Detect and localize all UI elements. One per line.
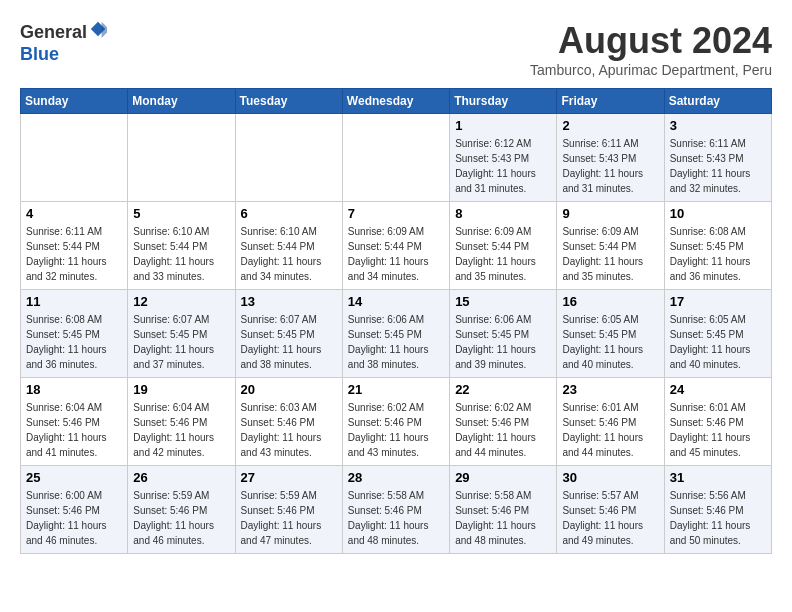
day-info: Sunrise: 6:04 AM Sunset: 5:46 PM Dayligh…: [133, 400, 229, 460]
day-info: Sunrise: 6:04 AM Sunset: 5:46 PM Dayligh…: [26, 400, 122, 460]
day-info: Sunrise: 6:03 AM Sunset: 5:46 PM Dayligh…: [241, 400, 337, 460]
day-number: 3: [670, 118, 766, 133]
day-number: 2: [562, 118, 658, 133]
calendar-week-3: 11Sunrise: 6:08 AM Sunset: 5:45 PM Dayli…: [21, 290, 772, 378]
calendar-cell: 15Sunrise: 6:06 AM Sunset: 5:45 PM Dayli…: [450, 290, 557, 378]
calendar-week-4: 18Sunrise: 6:04 AM Sunset: 5:46 PM Dayli…: [21, 378, 772, 466]
calendar-cell: 11Sunrise: 6:08 AM Sunset: 5:45 PM Dayli…: [21, 290, 128, 378]
calendar-cell: 13Sunrise: 6:07 AM Sunset: 5:45 PM Dayli…: [235, 290, 342, 378]
calendar-cell: 23Sunrise: 6:01 AM Sunset: 5:46 PM Dayli…: [557, 378, 664, 466]
calendar-cell: 14Sunrise: 6:06 AM Sunset: 5:45 PM Dayli…: [342, 290, 449, 378]
day-number: 29: [455, 470, 551, 485]
day-number: 23: [562, 382, 658, 397]
day-info: Sunrise: 6:01 AM Sunset: 5:46 PM Dayligh…: [562, 400, 658, 460]
day-info: Sunrise: 6:11 AM Sunset: 5:44 PM Dayligh…: [26, 224, 122, 284]
calendar-header: Sunday Monday Tuesday Wednesday Thursday…: [21, 89, 772, 114]
day-info: Sunrise: 5:56 AM Sunset: 5:46 PM Dayligh…: [670, 488, 766, 548]
day-info: Sunrise: 6:09 AM Sunset: 5:44 PM Dayligh…: [562, 224, 658, 284]
logo-general: General: [20, 22, 87, 42]
calendar-week-1: 1Sunrise: 6:12 AM Sunset: 5:43 PM Daylig…: [21, 114, 772, 202]
day-info: Sunrise: 6:02 AM Sunset: 5:46 PM Dayligh…: [348, 400, 444, 460]
day-info: Sunrise: 6:09 AM Sunset: 5:44 PM Dayligh…: [455, 224, 551, 284]
col-sunday: Sunday: [21, 89, 128, 114]
day-number: 26: [133, 470, 229, 485]
day-number: 16: [562, 294, 658, 309]
page-header: General Blue August 2024 Tamburco, Apuri…: [20, 20, 772, 78]
calendar-cell: [21, 114, 128, 202]
col-thursday: Thursday: [450, 89, 557, 114]
day-info: Sunrise: 6:09 AM Sunset: 5:44 PM Dayligh…: [348, 224, 444, 284]
day-info: Sunrise: 6:01 AM Sunset: 5:46 PM Dayligh…: [670, 400, 766, 460]
subtitle: Tamburco, Apurimac Department, Peru: [530, 62, 772, 78]
day-number: 27: [241, 470, 337, 485]
day-number: 25: [26, 470, 122, 485]
calendar-week-2: 4Sunrise: 6:11 AM Sunset: 5:44 PM Daylig…: [21, 202, 772, 290]
day-info: Sunrise: 6:08 AM Sunset: 5:45 PM Dayligh…: [670, 224, 766, 284]
calendar-cell: 28Sunrise: 5:58 AM Sunset: 5:46 PM Dayli…: [342, 466, 449, 554]
day-number: 14: [348, 294, 444, 309]
title-block: August 2024 Tamburco, Apurimac Departmen…: [530, 20, 772, 78]
day-info: Sunrise: 6:12 AM Sunset: 5:43 PM Dayligh…: [455, 136, 551, 196]
svg-marker-1: [102, 22, 107, 38]
calendar-cell: [235, 114, 342, 202]
day-number: 13: [241, 294, 337, 309]
month-title: August 2024: [530, 20, 772, 62]
calendar-cell: 17Sunrise: 6:05 AM Sunset: 5:45 PM Dayli…: [664, 290, 771, 378]
day-number: 28: [348, 470, 444, 485]
calendar-cell: 20Sunrise: 6:03 AM Sunset: 5:46 PM Dayli…: [235, 378, 342, 466]
calendar-cell: 9Sunrise: 6:09 AM Sunset: 5:44 PM Daylig…: [557, 202, 664, 290]
calendar-cell: 4Sunrise: 6:11 AM Sunset: 5:44 PM Daylig…: [21, 202, 128, 290]
calendar-cell: 10Sunrise: 6:08 AM Sunset: 5:45 PM Dayli…: [664, 202, 771, 290]
logo-icon: [89, 20, 107, 38]
calendar-cell: 31Sunrise: 5:56 AM Sunset: 5:46 PM Dayli…: [664, 466, 771, 554]
day-info: Sunrise: 5:58 AM Sunset: 5:46 PM Dayligh…: [455, 488, 551, 548]
calendar-cell: 19Sunrise: 6:04 AM Sunset: 5:46 PM Dayli…: [128, 378, 235, 466]
day-number: 30: [562, 470, 658, 485]
col-saturday: Saturday: [664, 89, 771, 114]
calendar-week-5: 25Sunrise: 6:00 AM Sunset: 5:46 PM Dayli…: [21, 466, 772, 554]
day-info: Sunrise: 6:06 AM Sunset: 5:45 PM Dayligh…: [348, 312, 444, 372]
day-info: Sunrise: 6:05 AM Sunset: 5:45 PM Dayligh…: [562, 312, 658, 372]
day-number: 22: [455, 382, 551, 397]
calendar-cell: 30Sunrise: 5:57 AM Sunset: 5:46 PM Dayli…: [557, 466, 664, 554]
col-wednesday: Wednesday: [342, 89, 449, 114]
day-info: Sunrise: 6:05 AM Sunset: 5:45 PM Dayligh…: [670, 312, 766, 372]
header-row: Sunday Monday Tuesday Wednesday Thursday…: [21, 89, 772, 114]
day-info: Sunrise: 5:59 AM Sunset: 5:46 PM Dayligh…: [133, 488, 229, 548]
day-info: Sunrise: 6:02 AM Sunset: 5:46 PM Dayligh…: [455, 400, 551, 460]
day-number: 12: [133, 294, 229, 309]
calendar-cell: 24Sunrise: 6:01 AM Sunset: 5:46 PM Dayli…: [664, 378, 771, 466]
calendar-cell: 3Sunrise: 6:11 AM Sunset: 5:43 PM Daylig…: [664, 114, 771, 202]
calendar-cell: 21Sunrise: 6:02 AM Sunset: 5:46 PM Dayli…: [342, 378, 449, 466]
calendar-cell: 29Sunrise: 5:58 AM Sunset: 5:46 PM Dayli…: [450, 466, 557, 554]
day-number: 19: [133, 382, 229, 397]
day-number: 7: [348, 206, 444, 221]
calendar-cell: 1Sunrise: 6:12 AM Sunset: 5:43 PM Daylig…: [450, 114, 557, 202]
day-number: 18: [26, 382, 122, 397]
col-tuesday: Tuesday: [235, 89, 342, 114]
day-number: 1: [455, 118, 551, 133]
day-number: 24: [670, 382, 766, 397]
day-number: 31: [670, 470, 766, 485]
day-number: 8: [455, 206, 551, 221]
day-number: 21: [348, 382, 444, 397]
day-info: Sunrise: 6:06 AM Sunset: 5:45 PM Dayligh…: [455, 312, 551, 372]
calendar-cell: 2Sunrise: 6:11 AM Sunset: 5:43 PM Daylig…: [557, 114, 664, 202]
calendar-cell: 16Sunrise: 6:05 AM Sunset: 5:45 PM Dayli…: [557, 290, 664, 378]
calendar-body: 1Sunrise: 6:12 AM Sunset: 5:43 PM Daylig…: [21, 114, 772, 554]
day-number: 5: [133, 206, 229, 221]
calendar-cell: 25Sunrise: 6:00 AM Sunset: 5:46 PM Dayli…: [21, 466, 128, 554]
day-info: Sunrise: 5:58 AM Sunset: 5:46 PM Dayligh…: [348, 488, 444, 548]
calendar-cell: 8Sunrise: 6:09 AM Sunset: 5:44 PM Daylig…: [450, 202, 557, 290]
day-number: 17: [670, 294, 766, 309]
day-info: Sunrise: 6:10 AM Sunset: 5:44 PM Dayligh…: [133, 224, 229, 284]
calendar-cell: 7Sunrise: 6:09 AM Sunset: 5:44 PM Daylig…: [342, 202, 449, 290]
calendar-cell: 26Sunrise: 5:59 AM Sunset: 5:46 PM Dayli…: [128, 466, 235, 554]
day-number: 20: [241, 382, 337, 397]
day-info: Sunrise: 6:11 AM Sunset: 5:43 PM Dayligh…: [562, 136, 658, 196]
day-info: Sunrise: 6:07 AM Sunset: 5:45 PM Dayligh…: [133, 312, 229, 372]
day-number: 15: [455, 294, 551, 309]
day-info: Sunrise: 6:00 AM Sunset: 5:46 PM Dayligh…: [26, 488, 122, 548]
col-monday: Monday: [128, 89, 235, 114]
day-info: Sunrise: 5:57 AM Sunset: 5:46 PM Dayligh…: [562, 488, 658, 548]
